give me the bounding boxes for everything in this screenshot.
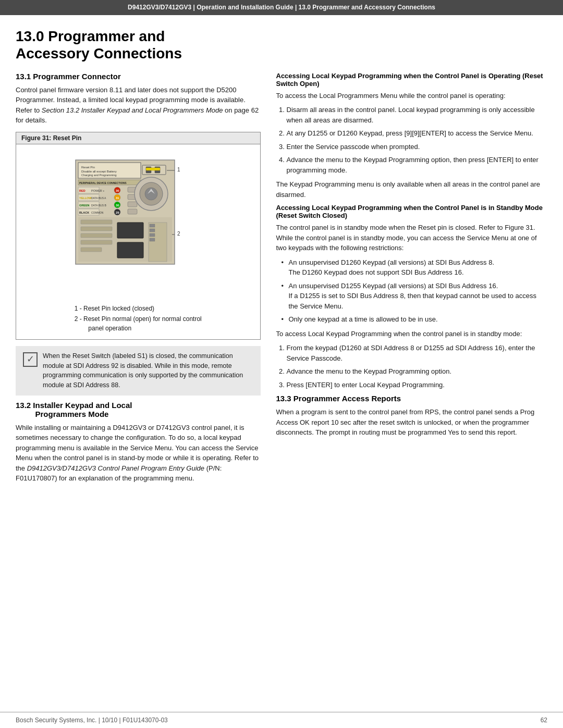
figure-31-box: Figure 31: Reset Pin Reset Pin Disable a… bbox=[16, 132, 261, 340]
standby-bullet-2: An unsupervised D1255 Keypad (all versio… bbox=[282, 281, 548, 312]
operating-step-1: Disarm all areas in the control panel. L… bbox=[287, 105, 548, 125]
svg-rect-47 bbox=[81, 220, 112, 224]
svg-rect-54 bbox=[149, 223, 167, 262]
operating-step-4: Advance the menu to the Keypad Programmi… bbox=[287, 155, 548, 175]
svg-rect-50 bbox=[81, 240, 112, 244]
main-content: 13.0 Programmer andAccessory Connections… bbox=[0, 15, 563, 519]
svg-text:31: 31 bbox=[116, 196, 119, 200]
svg-text:DATA BUS A: DATA BUS A bbox=[91, 196, 106, 200]
standby-step-3: Press [ENTER] to enter Local Keypad Prog… bbox=[287, 380, 548, 390]
svg-rect-29 bbox=[128, 202, 137, 207]
two-column-layout: 13.1 Programmer Connector Control panel … bbox=[16, 72, 547, 488]
heading-standby: Accessing Local Keypad Programming when … bbox=[276, 204, 548, 219]
svg-text:GREEN: GREEN bbox=[79, 204, 90, 207]
figure-31-content: Reset Pin Disable all except Battery Cha… bbox=[16, 144, 260, 339]
standby-bullet-1: An unsupervised D1260 Keypad (all versio… bbox=[282, 257, 548, 278]
svg-rect-51 bbox=[81, 248, 102, 252]
svg-rect-56 bbox=[150, 229, 155, 232]
footer-page: 62 bbox=[541, 717, 547, 724]
standby-bullet-3: Only one keypad at a time is allowed to … bbox=[282, 314, 548, 325]
svg-text:Charging and Programming: Charging and Programming bbox=[81, 174, 117, 177]
standby-step-1: From the keypad (D1260 at SDI Address 8 … bbox=[287, 343, 548, 363]
svg-rect-52 bbox=[117, 223, 143, 238]
svg-rect-30 bbox=[128, 209, 137, 214]
svg-rect-48 bbox=[81, 227, 112, 231]
svg-text:BLACK: BLACK bbox=[79, 211, 89, 214]
page-header: D9412GV3/D7412GV3 | Operation and Instal… bbox=[0, 0, 563, 15]
footer-company: Bosch Security Systems, Inc. bbox=[16, 717, 96, 724]
svg-text:2: 2 bbox=[177, 231, 180, 237]
figure-31-svg-wrapper: Reset Pin Disable all except Battery Cha… bbox=[21, 150, 255, 301]
figure-caption-1: 1 - Reset Pin locked (closed) bbox=[75, 304, 202, 313]
svg-rect-55 bbox=[150, 224, 155, 227]
footer-part-number: F01U143070-03 bbox=[123, 717, 168, 724]
svg-text:Reset Pin: Reset Pin bbox=[81, 166, 95, 169]
svg-text:30: 30 bbox=[116, 204, 119, 207]
operating-intro: To access the Local Programmers Menu whi… bbox=[276, 91, 548, 101]
header-guide: Operation and Installation Guide bbox=[197, 4, 293, 11]
standby-steps-list: From the keypad (D1260 at SDI Address 8 … bbox=[287, 343, 548, 390]
left-column: 13.1 Programmer Connector Control panel … bbox=[16, 72, 261, 488]
section-13-3-body: When a program is sent to the control pa… bbox=[276, 407, 548, 438]
standby-access-intro: To access Local Keypad Programming when … bbox=[276, 329, 548, 339]
page-footer: Bosch Security Systems, Inc. | 10/10 | F… bbox=[0, 712, 563, 728]
section-13-1-body: Control panel firmware version 8.11 and … bbox=[16, 85, 261, 126]
note-text: When the Reset Switch (labeled S1) is cl… bbox=[43, 351, 253, 390]
standby-bullets-list: An unsupervised D1260 Keypad (all versio… bbox=[282, 257, 548, 325]
svg-text:COMMON: COMMON bbox=[91, 211, 104, 214]
operating-step-3: Enter the Service passcode when prompted… bbox=[287, 142, 548, 152]
figure-31-title: Figure 31: Reset Pin bbox=[16, 132, 260, 144]
figure-caption-2: 2 - Reset Pin normal (open) for normal c… bbox=[75, 314, 202, 333]
figure-31-svg: Reset Pin Disable all except Battery Cha… bbox=[65, 150, 211, 301]
svg-rect-57 bbox=[150, 233, 155, 237]
svg-text:1: 1 bbox=[177, 167, 180, 172]
section-13-2-body: While installing or maintaining a D9412G… bbox=[16, 423, 261, 484]
header-model: D9412GV3/D7412GV3 bbox=[128, 4, 191, 11]
header-section: 13.0 Programmer and Accessory Connection… bbox=[299, 4, 435, 11]
svg-text:DATA BUS B: DATA BUS B bbox=[91, 204, 106, 207]
svg-rect-53 bbox=[117, 242, 143, 258]
svg-text:YELLOW: YELLOW bbox=[79, 196, 92, 200]
operating-note: The Keypad Programming menu is only avai… bbox=[276, 179, 548, 200]
standby-step-2: Advance the menu to the Keypad Programmi… bbox=[287, 366, 548, 377]
svg-text:29: 29 bbox=[116, 211, 119, 214]
svg-rect-58 bbox=[150, 238, 155, 241]
note-box: ✓ When the Reset Switch (labeled S1) is … bbox=[16, 346, 261, 396]
right-column: Accessing Local Keypad Programming when … bbox=[276, 72, 548, 442]
svg-rect-49 bbox=[81, 233, 112, 238]
section-13-1-heading: 13.1 Programmer Connector bbox=[16, 72, 261, 81]
footer-date: 10/10 bbox=[102, 717, 117, 724]
svg-text:PERIPHERAL DEVICE CONNECTIONS: PERIPHERAL DEVICE CONNECTIONS bbox=[79, 181, 127, 184]
operating-steps-list: Disarm all areas in the control panel. L… bbox=[287, 105, 548, 175]
figure-31-captions: 1 - Reset Pin locked (closed) 2 - Reset … bbox=[72, 304, 204, 334]
heading-operating: Accessing Local Keypad Programming when … bbox=[276, 72, 548, 88]
section-13-2-heading: 13.2 Installer Keypad and Local Programm… bbox=[16, 401, 261, 418]
note-icon: ✓ bbox=[23, 352, 38, 367]
header-separator2: | bbox=[295, 4, 299, 11]
svg-text:RED: RED bbox=[79, 189, 85, 192]
svg-text:30: 30 bbox=[116, 189, 119, 192]
section-13-3-heading: 13.3 Programmer Access Reports bbox=[276, 394, 548, 403]
footer-left: Bosch Security Systems, Inc. | 10/10 | F… bbox=[16, 717, 168, 724]
svg-text:POWER +: POWER + bbox=[91, 189, 105, 192]
svg-text:Disable all except Battery: Disable all except Battery bbox=[81, 170, 117, 173]
operating-step-2: At any D1255 or D1260 Keypad, press [9][… bbox=[287, 128, 548, 139]
svg-rect-38 bbox=[146, 168, 160, 170]
chapter-title: 13.0 Programmer andAccessory Connections bbox=[16, 28, 547, 63]
standby-intro: The control panel is in standby mode whe… bbox=[276, 223, 548, 253]
